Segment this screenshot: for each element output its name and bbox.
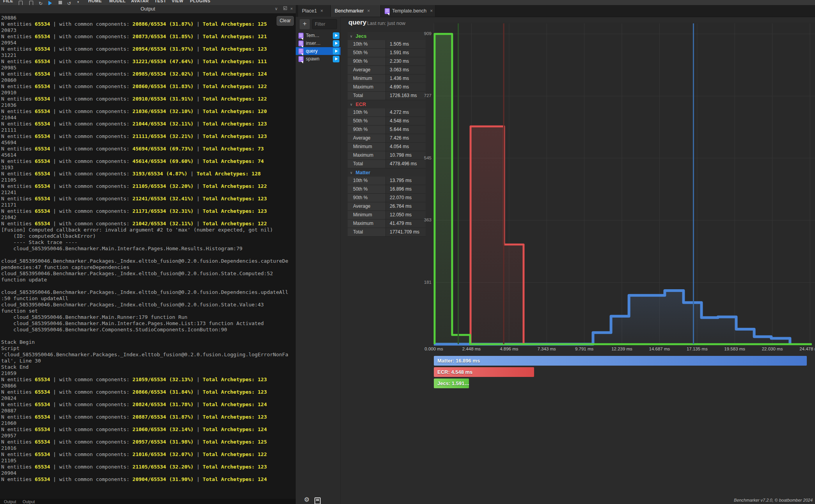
output-log: 20886N entities 65534 | with common comp… (1, 15, 288, 483)
log-error-line: Stack End (1, 364, 288, 370)
stat-label: Average (348, 202, 385, 210)
add-benchmark-button[interactable]: + (300, 19, 310, 29)
log-count-line: 31221 (1, 52, 288, 58)
stop-icon[interactable] (59, 1, 62, 4)
tab-template-bench[interactable]: Template.bench× (381, 5, 435, 17)
log-entry-line: N entities 65534 | with common component… (1, 208, 288, 214)
log-error-line (1, 333, 288, 339)
log-entry-line: N entities 65534 | with common component… (1, 108, 288, 115)
log-count-line: 21105 (1, 177, 288, 183)
output-console[interactable]: 20886N entities 65534 | with common comp… (0, 13, 296, 499)
menu-plugins[interactable]: PLUGINS (190, 0, 210, 5)
settings-gear-icon[interactable]: ⚙ (304, 496, 309, 503)
log-count-line: 20824 (1, 395, 288, 401)
log-entry-line: N entities 65534 | with common component… (1, 146, 288, 152)
filter-input[interactable] (312, 19, 337, 29)
dock-tab-output[interactable]: Output (4, 499, 16, 504)
log-entry-line: N entities 65534 | with common component… (1, 183, 288, 189)
stat-value: 4778.496 ms (385, 160, 426, 168)
menu-model[interactable]: MODEL (109, 0, 126, 5)
undo-icon[interactable]: ↺ (67, 1, 71, 5)
result-title: query (348, 19, 366, 27)
run-benchmark-button[interactable] (333, 48, 339, 55)
chevron-down-icon: ∨ (350, 103, 353, 106)
log-entry-line: N entities 65534 | with common component… (1, 451, 288, 458)
stat-row: 50th %1.591 ms (348, 49, 426, 57)
document-tabbar: Place1×Benchmarker×Template.bench× (296, 5, 815, 17)
run-benchmark-button[interactable] (333, 32, 339, 39)
stats-table: ∨Jecs10th %1.505 ms50th %1.591 ms90th %2… (348, 32, 426, 237)
stats-section-header-matter[interactable]: ∨Matter (348, 168, 426, 177)
log-count-line: 21241 (1, 189, 288, 196)
menu-view[interactable]: VIEW (172, 0, 183, 5)
run-benchmark-button[interactable] (333, 56, 339, 62)
collapse-chevron-icon[interactable]: ∨ (275, 6, 278, 11)
stat-value: 26.764 ms (385, 202, 426, 210)
menu-home[interactable]: HOME (88, 0, 102, 5)
save-icon[interactable] (29, 1, 33, 5)
stat-label: 10th % (348, 177, 385, 185)
log-count-line: 3193 (1, 164, 288, 171)
output-panel-title: Output (0, 6, 296, 12)
log-count-line: 45614 (1, 152, 288, 158)
stat-row: 90th %22.070 ms (348, 194, 426, 202)
docs-book-icon[interactable] (314, 497, 321, 504)
log-count-line: 21042 (1, 214, 288, 221)
stat-label: Maximum (348, 151, 385, 159)
log-entry-line: N entities 65534 | with common component… (1, 464, 288, 470)
caret-down-icon[interactable]: ▾ (77, 0, 79, 4)
menu-avatar[interactable]: AVATAR (131, 0, 149, 5)
log-entry-line: N entities 65534 | with common component… (1, 121, 288, 127)
log-error-line: Script (1, 345, 288, 352)
close-icon[interactable]: × (290, 6, 293, 11)
menu-file[interactable]: FILE (3, 0, 13, 5)
bench-item-inser[interactable]: inser… (296, 39, 341, 47)
tab-close-icon[interactable]: × (430, 8, 433, 14)
log-error-line: cloud_5853950046.Benchmarker.Main.Interf… (1, 246, 288, 252)
credit-text: Benchmarker v7.2.0, © boatbomber 2024 (734, 498, 813, 502)
stats-section-name: ECR (356, 102, 366, 107)
tab-place1[interactable]: Place1× (298, 5, 331, 17)
clear-button[interactable]: Clear (277, 16, 294, 26)
bench-item-spawn[interactable]: spawn (296, 55, 341, 63)
log-error-line: function set (1, 308, 288, 314)
log-entry-line: N entities 65534 | with common component… (1, 476, 288, 483)
stats-section-header-ecr[interactable]: ∨ECR (348, 100, 426, 108)
dock-restore-icon[interactable] (283, 6, 287, 11)
play-icon[interactable] (48, 1, 52, 5)
log-error-line (1, 283, 288, 289)
stat-label: Minimum (348, 74, 385, 83)
tab-close-icon[interactable]: × (367, 8, 370, 14)
log-entry-line: N entities 65534 | with common component… (1, 414, 288, 420)
legend-matter: Matter: 16.896 ms (434, 356, 807, 366)
x-axis-tick-label: 12.239 ms (605, 347, 638, 351)
bench-item-query[interactable]: query (296, 47, 341, 55)
menu-test[interactable]: TEST (154, 0, 166, 5)
log-error-line: cloud_5853950046.Benchmarker.Components.… (1, 327, 288, 333)
benchmark-list-panel: + Tem…inser…queryspawn ⚙ (296, 17, 341, 504)
stat-value: 16.896 ms (385, 185, 426, 193)
clipboard-icon[interactable] (19, 1, 23, 5)
bench-item-Tem[interactable]: Tem… (296, 32, 341, 39)
redo-icon[interactable]: ↻ (39, 1, 43, 5)
log-count-line: 20957 (1, 433, 288, 439)
stat-value: 4.548 ms (385, 117, 426, 125)
output-dock-bar: OutputOutput (0, 499, 296, 504)
dock-tab-output[interactable]: Output (23, 499, 35, 504)
stat-row: 90th %5.644 ms (348, 126, 426, 134)
run-benchmark-button[interactable] (333, 40, 339, 47)
script-icon (298, 41, 304, 46)
log-error-line: tal', Line 30 (1, 358, 288, 364)
tab-benchmarker[interactable]: Benchmarker× (331, 5, 381, 17)
tab-close-icon[interactable]: × (320, 8, 323, 14)
log-count-line: 20860 (1, 77, 288, 83)
ribbon-toolbar: FILE ↻ ↺ ▾ HOMEMODELAVATARTESTVIEWPLUGIN… (0, 0, 815, 5)
log-entry-line: N entities 65534 | with common component… (1, 58, 288, 65)
x-axis-tick-label: 22.030 ms (756, 347, 789, 351)
last-run-label: Last run: just now (367, 21, 405, 26)
stat-label: 50th % (348, 185, 385, 193)
x-axis-tick-label: 14.687 ms (643, 347, 676, 351)
log-count-line: 20866 (1, 383, 288, 389)
script-icon (298, 33, 304, 39)
log-entry-line: N entities 65534 | with common component… (1, 83, 288, 90)
